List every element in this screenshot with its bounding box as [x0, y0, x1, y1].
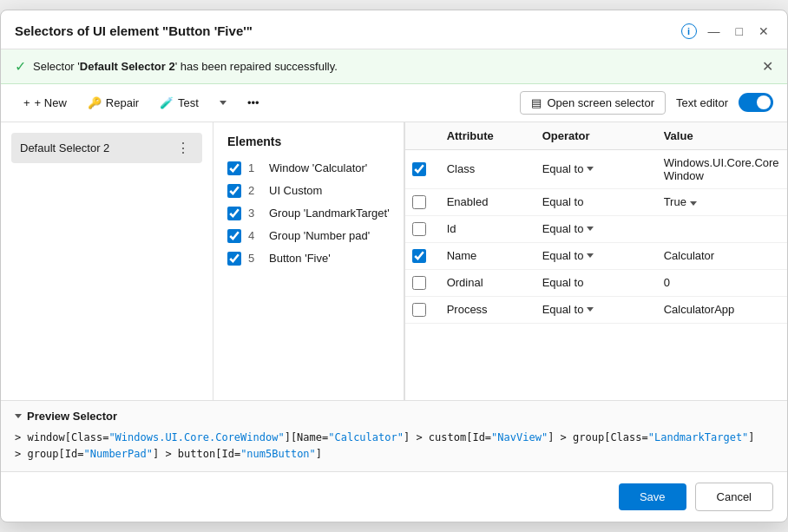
- attr-name-ordinal: Ordinal: [447, 276, 542, 289]
- selector-name: Default Selector 2: [20, 141, 109, 154]
- toolbar-right: ▤ Open screen selector Text editor: [520, 91, 773, 115]
- element-row: 2 UI Custom: [227, 180, 390, 202]
- title-bar: Selectors of UI element "Button 'Five'" …: [1, 10, 787, 49]
- preview-section: Preview Selector > window[Class="Windows…: [1, 400, 787, 471]
- attr-checkbox-name[interactable]: [412, 249, 426, 263]
- element-checkbox-4[interactable]: [227, 229, 241, 243]
- selector-more-button[interactable]: ⋮: [173, 140, 194, 156]
- attr-checkbox-class[interactable]: [412, 162, 426, 176]
- attr-operator-enabled: Equal to: [542, 195, 664, 208]
- element-num-2: 2: [248, 184, 262, 197]
- banner-text: Selector 'Default Selector 2' has been r…: [33, 60, 755, 73]
- screen-icon: ▤: [531, 96, 542, 109]
- element-checkbox-5[interactable]: [227, 252, 241, 266]
- dropdown-button[interactable]: [211, 96, 235, 109]
- right-panel: Elements 1 Window 'Calculator' 2 UI Cust…: [213, 122, 787, 400]
- chevron-down-icon[interactable]: [587, 307, 594, 312]
- maximize-button[interactable]: □: [732, 23, 747, 40]
- attr-operator-process: Equal to: [542, 303, 664, 316]
- chevron-down-icon[interactable]: [587, 227, 594, 231]
- element-list: 1 Window 'Calculator' 2 UI Custom 3 Grou…: [227, 157, 390, 270]
- element-checkbox-3[interactable]: [227, 207, 241, 220]
- text-editor-toggle[interactable]: [739, 93, 773, 112]
- attr-name-class: Class: [447, 162, 542, 175]
- more-options-button[interactable]: •••: [239, 92, 268, 114]
- selector-item[interactable]: Default Selector 2 ⋮: [11, 133, 202, 163]
- panels-row: Elements 1 Window 'Calculator' 2 UI Cust…: [213, 122, 787, 400]
- preview-header[interactable]: Preview Selector: [15, 410, 773, 423]
- success-icon: ✓: [15, 58, 26, 75]
- open-screen-label: Open screen selector: [547, 96, 654, 109]
- element-label-5: Button 'Five': [269, 252, 331, 265]
- element-row: 3 Group 'LandmarkTarget': [227, 202, 390, 225]
- repair-icon: 🔑: [88, 96, 102, 109]
- attr-row-ordinal: Ordinal Equal to 0: [405, 270, 787, 297]
- element-label-2: UI Custom: [269, 184, 322, 197]
- element-row: 5 Button 'Five': [227, 247, 390, 270]
- attr-checkbox-id[interactable]: [412, 222, 426, 236]
- test-label: Test: [178, 96, 199, 109]
- attr-checkbox-enabled[interactable]: [412, 195, 426, 209]
- footer: Save Cancel: [1, 471, 787, 522]
- elements-section: Elements 1 Window 'Calculator' 2 UI Cust…: [213, 122, 404, 400]
- attr-operator-ordinal: Equal to: [542, 276, 664, 289]
- test-button[interactable]: 🧪 Test: [151, 92, 207, 114]
- repair-button[interactable]: 🔑 Repair: [79, 92, 148, 114]
- preview-line2: > group[Id="NumberPad"] > button[Id="num…: [15, 446, 773, 463]
- banner-close-button[interactable]: ✕: [762, 58, 773, 75]
- dialog: Selectors of UI element "Button 'Five'" …: [0, 10, 788, 522]
- element-num-3: 3: [248, 207, 262, 220]
- attr-name-enabled: Enabled: [447, 195, 542, 208]
- element-checkbox-2[interactable]: [227, 184, 241, 198]
- info-icon[interactable]: i: [681, 23, 697, 39]
- preview-title: Preview Selector: [27, 410, 117, 423]
- save-button[interactable]: Save: [619, 483, 686, 510]
- chevron-down-icon[interactable]: [587, 167, 594, 171]
- text-editor-label: Text editor: [676, 96, 728, 109]
- repair-label: Repair: [106, 96, 139, 109]
- new-button[interactable]: + + New: [15, 92, 76, 114]
- element-num-4: 4: [248, 229, 262, 242]
- chevron-down-icon: [220, 101, 227, 105]
- attr-operator-class: Equal to: [542, 162, 664, 175]
- dialog-title: Selectors of UI element "Button 'Five'": [15, 23, 671, 38]
- title-bar-icons: — □ ✕: [704, 23, 773, 40]
- minimize-button[interactable]: —: [704, 23, 725, 40]
- preview-chevron-icon: [15, 414, 22, 418]
- success-banner: ✓ Selector 'Default Selector 2' has been…: [1, 49, 787, 84]
- attr-row-name: Name Equal to Calculator: [405, 243, 787, 270]
- attr-operator-name: Equal to: [542, 249, 664, 262]
- element-label-1: Window 'Calculator': [269, 161, 367, 174]
- attr-value-name: Calculator: [664, 249, 780, 262]
- element-num-5: 5: [248, 252, 262, 265]
- new-icon: +: [23, 96, 30, 109]
- cancel-button[interactable]: Cancel: [695, 483, 773, 511]
- attributes-section: Attribute Operator Value Class Equal to …: [404, 122, 787, 400]
- elements-title: Elements: [227, 135, 390, 148]
- preview-line1: > window[Class="Windows.UI.Core.CoreWind…: [15, 430, 773, 446]
- attr-row-class: Class Equal to Windows.UI.Core.CoreWindo…: [405, 150, 787, 189]
- chevron-down-icon[interactable]: [690, 201, 697, 206]
- attr-col-attribute: Attribute: [447, 129, 542, 142]
- main-content: Default Selector 2 ⋮ Elements 1 Window '…: [1, 122, 787, 400]
- element-row: 1 Window 'Calculator': [227, 157, 390, 180]
- attr-checkbox-process[interactable]: [412, 303, 426, 317]
- element-checkbox-1[interactable]: [227, 161, 241, 175]
- more-icon: •••: [247, 96, 259, 109]
- attr-checkbox-ordinal[interactable]: [412, 276, 426, 290]
- attr-operator-id: Equal to: [542, 222, 664, 235]
- attr-value-process: CalculatorApp: [664, 303, 780, 316]
- attr-col-value: Value: [664, 129, 780, 142]
- new-label: + New: [35, 96, 67, 109]
- banner-bold: Default Selector 2: [80, 60, 175, 73]
- attr-header: Attribute Operator Value: [405, 122, 787, 150]
- close-button[interactable]: ✕: [754, 23, 773, 40]
- element-row: 4 Group 'Number pad': [227, 225, 390, 247]
- left-panel: Default Selector 2 ⋮: [1, 122, 213, 400]
- open-screen-button[interactable]: ▤ Open screen selector: [520, 91, 666, 115]
- attr-name-name: Name: [447, 249, 542, 262]
- attr-col-empty: [412, 129, 447, 142]
- chevron-down-icon[interactable]: [587, 253, 594, 258]
- attr-value-enabled: True: [664, 195, 780, 208]
- attr-value-ordinal: 0: [664, 276, 780, 289]
